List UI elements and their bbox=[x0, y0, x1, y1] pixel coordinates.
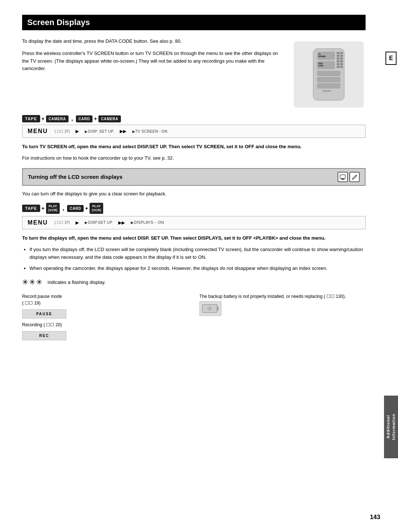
remote-box: TV SCREEN DATA CODE bbox=[294, 41, 364, 108]
svg-rect-14 bbox=[340, 60, 343, 63]
sub-section-title: Turning off the LCD screen displays bbox=[28, 174, 122, 180]
svg-rect-22 bbox=[317, 83, 340, 88]
plus-2: + bbox=[94, 116, 97, 122]
key-combo-2: TAPE + PLAY (VCR) , CARD + PLAY (VCR) bbox=[22, 203, 366, 214]
svg-rect-24 bbox=[342, 178, 344, 179]
plus-3: + bbox=[42, 205, 45, 211]
svg-rect-25 bbox=[341, 179, 345, 180]
battery-icon: ⟳ bbox=[199, 301, 221, 316]
key-play-2: PLAY (VCR) bbox=[90, 203, 103, 214]
svg-text:CODE: CODE bbox=[318, 65, 324, 67]
for-instructions: For instructions on how to hook the camc… bbox=[22, 154, 366, 162]
menu-label-2: MENU bbox=[28, 219, 48, 226]
pen-icon bbox=[349, 172, 360, 182]
display-examples: Record pause mode ( ☐☐ 19) PAUSE Recordi… bbox=[22, 293, 366, 343]
tv-screen-instruction: To turn TV SCREEN off, open the menu and… bbox=[22, 143, 366, 151]
svg-rect-17 bbox=[337, 66, 340, 68]
svg-rect-21 bbox=[317, 77, 340, 82]
rec-screen: REC bbox=[22, 331, 66, 340]
svg-text:SCREEN: SCREEN bbox=[318, 56, 326, 58]
main-content: Screen Displays To display the date and … bbox=[0, 0, 384, 532]
flash-indicator: ✳✳✳ indicates a flashing display. bbox=[22, 278, 366, 286]
intro-text: To display the date and time, press the … bbox=[22, 38, 284, 108]
menu-label-1: MENU bbox=[28, 128, 48, 135]
svg-rect-7 bbox=[337, 52, 340, 54]
bullet-item-2: When operating the camcorder, the displa… bbox=[29, 265, 366, 272]
intro-para-1: To display the date and time, press the … bbox=[22, 38, 284, 45]
menu-step2-2: ▶DISPLAYS····ON bbox=[131, 220, 164, 225]
displays-instruction: To turn the displays off, open the menu … bbox=[22, 234, 366, 242]
tab-e: E bbox=[385, 52, 397, 65]
menu-ref-2: ( ☐☐ 37) bbox=[55, 220, 70, 225]
menu-diagram-2: MENU ( ☐☐ 37) ▶ ▶DISP.SET UP ▶▶ ▶DISPLAY… bbox=[22, 216, 366, 229]
plus-1: + bbox=[42, 116, 45, 122]
additional-info-text: Additional Information bbox=[385, 414, 397, 440]
key-card-2: CARD bbox=[67, 205, 84, 212]
intro-para-2: Press the wireless controller's TV SCREE… bbox=[22, 50, 284, 73]
svg-text:Canon: Canon bbox=[323, 89, 331, 93]
intro-area: To display the date and time, press the … bbox=[22, 38, 366, 108]
menu-arrow-1: ▶ bbox=[76, 129, 79, 134]
svg-text:DATA: DATA bbox=[318, 63, 323, 65]
right-sidebar: E Additional Information bbox=[384, 0, 398, 532]
pause-screen: PAUSE bbox=[22, 309, 66, 319]
sub-section-icons bbox=[338, 172, 360, 182]
key-combo-1: TAPE + CAMERA , CARD + CAMERA bbox=[22, 115, 366, 122]
remote-image: TV SCREEN DATA CODE bbox=[292, 38, 366, 108]
page-number: 143 bbox=[370, 514, 380, 521]
section-title: Screen Displays bbox=[22, 15, 366, 30]
svg-rect-15 bbox=[337, 63, 340, 65]
remote-svg: TV SCREEN DATA CODE bbox=[297, 47, 360, 102]
menu-step1-2: ▶DISP.SET UP bbox=[85, 220, 112, 225]
menu-arrow-4: ▶▶ bbox=[118, 220, 125, 225]
svg-rect-18 bbox=[340, 66, 343, 68]
svg-rect-20 bbox=[317, 71, 340, 76]
plus-4: + bbox=[85, 205, 88, 211]
page-title-text: Screen Displays bbox=[27, 18, 90, 27]
svg-rect-16 bbox=[340, 63, 343, 65]
svg-rect-13 bbox=[337, 60, 340, 63]
key-card-1: CARD bbox=[76, 115, 92, 122]
svg-rect-12 bbox=[340, 58, 343, 60]
bullet-list: If you turn the displays off, the LCD sc… bbox=[22, 246, 366, 272]
svg-rect-8 bbox=[340, 52, 343, 54]
comma-1: , bbox=[71, 115, 73, 122]
key-play-1: PLAY (VCR) bbox=[46, 203, 60, 214]
svg-rect-11 bbox=[337, 58, 340, 60]
key-camera-1: CAMERA bbox=[46, 115, 69, 122]
svg-rect-10 bbox=[340, 55, 343, 57]
key-camera-2: CAMERA bbox=[98, 115, 121, 122]
svg-text:TV: TV bbox=[318, 53, 321, 55]
lcd-icon bbox=[338, 172, 348, 182]
additional-info-block: Additional Information bbox=[384, 396, 398, 458]
key-tape-2: TAPE bbox=[22, 205, 40, 212]
svg-rect-27 bbox=[217, 307, 219, 310]
menu-arrow-3: ▶ bbox=[76, 220, 79, 225]
record-pause-label: Record pause mode ( ☐☐ 19) bbox=[22, 293, 188, 306]
flash-text: indicates a flashing display. bbox=[48, 279, 105, 285]
menu-step2-1: ▶TV SCREEN···ON bbox=[132, 129, 168, 133]
recording-label: Recording ( ☐☐ 20) bbox=[22, 321, 188, 328]
key-tape-1: TAPE bbox=[22, 115, 40, 122]
menu-step1-1: ▶DISP. SET UP bbox=[85, 129, 114, 133]
menu-arrow-2: ▶▶ bbox=[120, 129, 126, 134]
page-container: Screen Displays To display the date and … bbox=[0, 0, 398, 532]
comma-2: , bbox=[63, 205, 64, 212]
sub-section-header: Turning off the LCD screen displays bbox=[22, 168, 366, 186]
bullet-item-1: If you turn the displays off, the LCD sc… bbox=[29, 246, 366, 261]
battery-label: The backup battery is not properly insta… bbox=[199, 293, 366, 300]
svg-rect-23 bbox=[340, 175, 345, 178]
display-example-left: Record pause mode ( ☐☐ 19) PAUSE Recordi… bbox=[22, 293, 188, 343]
svg-rect-9 bbox=[337, 55, 340, 57]
menu-diagram-1: MENU ( ☐☐ 37) ▶ ▶DISP. SET UP ▶▶ ▶TV SCR… bbox=[22, 125, 366, 138]
menu-ref-1: ( ☐☐ 37) bbox=[55, 129, 70, 133]
flash-symbol: ✳✳✳ bbox=[22, 278, 43, 286]
display-example-right: The backup battery is not properly insta… bbox=[199, 293, 366, 343]
svg-text:⟳: ⟳ bbox=[207, 306, 212, 312]
sub-section-desc: You can turn off the displays to give yo… bbox=[22, 190, 366, 198]
